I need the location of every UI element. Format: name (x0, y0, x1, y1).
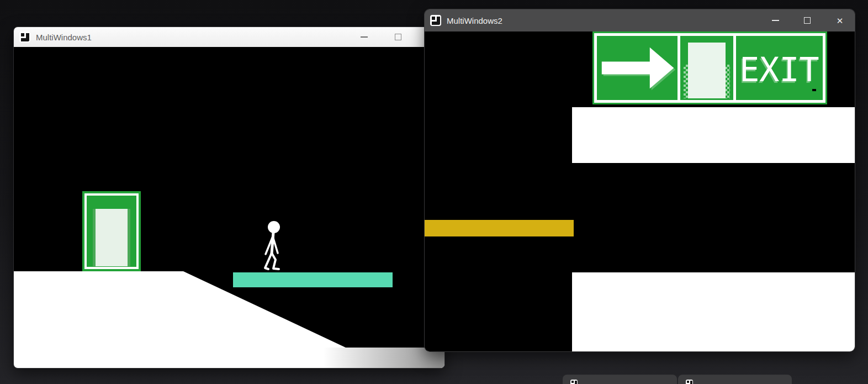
monogame-logo-icon (19, 31, 30, 43)
window2-titlebar[interactable]: MultiWindows2 ✕ (425, 9, 855, 31)
exit-door (82, 191, 141, 271)
minimize-icon (772, 20, 779, 21)
gold-platform (425, 220, 574, 236)
minimize-icon (361, 36, 368, 38)
window-multiwindows2: MultiWindows2 ✕ (424, 9, 855, 352)
mini-window-1-titlebar[interactable] (563, 375, 677, 384)
window1-titlebar[interactable]: MultiWindows1 (14, 27, 444, 47)
monogame-logo-icon (570, 380, 578, 384)
door-dither-right (725, 65, 730, 98)
window-multiwindows1: MultiWindows1 (13, 27, 445, 369)
monogame-logo-icon (686, 380, 693, 384)
stick-figure-character (257, 220, 286, 273)
sign-mark (812, 89, 816, 91)
maximize-icon (804, 17, 811, 24)
exit-sign-arrow-panel (597, 36, 678, 100)
mini-window-2-titlebar[interactable] (678, 375, 792, 384)
exit-sign: EXIT (592, 31, 827, 104)
maximize-button[interactable] (795, 9, 819, 31)
exit-sign-text-panel: EXIT (736, 36, 823, 100)
close-icon: ✕ (837, 17, 844, 25)
window2-title: MultiWindows2 (447, 16, 502, 25)
white-ledge-upper (572, 107, 855, 163)
exit-sign-door-panel (680, 36, 733, 100)
window1-game-scene (14, 47, 444, 369)
door-opening (93, 209, 130, 266)
white-ledge-lower (572, 272, 855, 352)
minimize-button[interactable] (352, 27, 376, 47)
maximize-button[interactable] (386, 27, 410, 47)
desktop: MultiWindows1 (0, 0, 868, 384)
door-dither-left (684, 65, 689, 98)
teal-platform (233, 272, 393, 287)
minimize-button[interactable] (763, 9, 787, 31)
right-arrow-icon (597, 36, 678, 100)
white-floor-terrain (14, 47, 444, 369)
close-button[interactable]: ✕ (828, 9, 852, 31)
monogame-logo-icon (430, 15, 441, 26)
exit-label: EXIT (736, 36, 823, 100)
window2-game-scene: EXIT (425, 31, 855, 352)
door-opening (688, 43, 726, 98)
window1-title: MultiWindows1 (36, 33, 92, 42)
maximize-icon (395, 34, 401, 40)
